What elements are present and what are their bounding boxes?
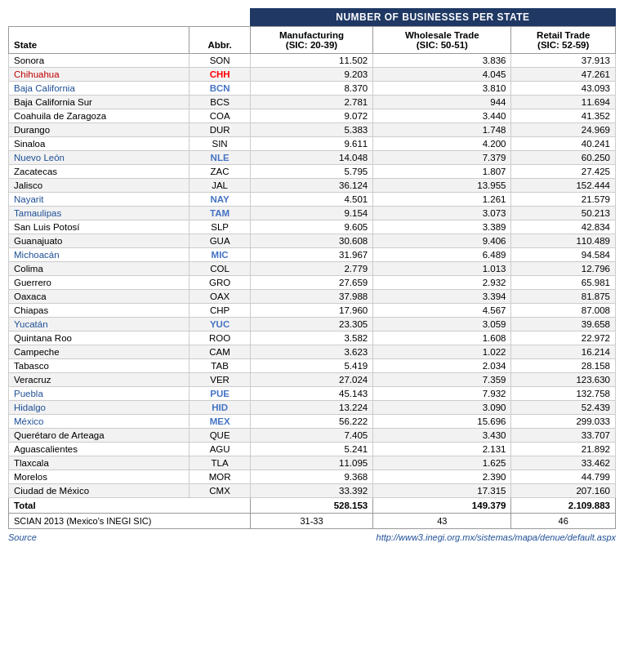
- total-label: Total: [9, 498, 251, 514]
- table-row: Colima COL 2.779 1.013 12.796: [9, 262, 616, 276]
- cell-mfg: 56.222: [250, 415, 372, 429]
- source-link: http://www3.inegi.org.mx/sistemas/mapa/d…: [377, 532, 616, 542]
- cell-whl: 17.315: [373, 484, 511, 498]
- cell-state: Durango: [9, 123, 189, 137]
- scian-mfg: 31-33: [250, 514, 372, 529]
- cell-state: Zacatecas: [9, 165, 189, 179]
- cell-mfg: 23.305: [250, 318, 372, 332]
- cell-mfg: 3.582: [250, 332, 372, 345]
- total-ret: 2.109.883: [511, 498, 616, 514]
- cell-ret: 50.213: [511, 207, 616, 220]
- cell-abbr: TLA: [189, 456, 250, 470]
- table-row: Durango DUR 5.383 1.748 24.969: [9, 123, 616, 137]
- cell-mfg: 3.623: [250, 345, 372, 359]
- cell-abbr: GUA: [189, 234, 250, 248]
- cell-ret: 87.008: [511, 304, 616, 318]
- cell-mfg: 30.608: [250, 234, 372, 248]
- cell-state: México: [9, 415, 189, 429]
- cell-whl: 3.440: [373, 109, 511, 123]
- cell-ret: 42.834: [511, 220, 616, 234]
- table-row: Nayarit NAY 4.501 1.261 21.579: [9, 193, 616, 207]
- cell-ret: 132.758: [511, 387, 616, 401]
- cell-whl: 1.807: [373, 165, 511, 179]
- cell-whl: 2.390: [373, 470, 511, 484]
- cell-ret: 60.250: [511, 151, 616, 165]
- cell-mfg: 9.203: [250, 68, 372, 82]
- cell-state: Aguascalientes: [9, 443, 189, 456]
- cell-whl: 4.200: [373, 137, 511, 151]
- cell-whl: 3.430: [373, 429, 511, 443]
- cell-whl: 13.955: [373, 179, 511, 193]
- cell-mfg: 27.659: [250, 276, 372, 290]
- source-label: Source: [8, 532, 37, 542]
- cell-state: Chihuahua: [9, 68, 189, 82]
- cell-whl: 2.131: [373, 443, 511, 456]
- total-whl: 149.379: [373, 498, 511, 514]
- cell-abbr: CAM: [189, 345, 250, 359]
- table-row: Chiapas CHP 17.960 4.567 87.008: [9, 304, 616, 318]
- table-row: Tlaxcala TLA 11.095 1.625 33.462: [9, 456, 616, 470]
- cell-state: Nayarit: [9, 193, 189, 207]
- cell-abbr: HID: [189, 401, 250, 415]
- cell-ret: 41.352: [511, 109, 616, 123]
- cell-mfg: 36.124: [250, 179, 372, 193]
- cell-mfg: 9.154: [250, 207, 372, 220]
- cell-abbr: QUE: [189, 429, 250, 443]
- table-row: Quintana Roo ROO 3.582 1.608 22.972: [9, 332, 616, 345]
- table-row: Baja California BCN 8.370 3.810 43.093: [9, 82, 616, 96]
- cell-ret: 21.892: [511, 443, 616, 456]
- cell-ret: 37.913: [511, 54, 616, 68]
- cell-ret: 27.425: [511, 165, 616, 179]
- cell-state: Yucatán: [9, 318, 189, 332]
- table-row: Aguascalientes AGU 5.241 2.131 21.892: [9, 443, 616, 456]
- table-row: Oaxaca OAX 37.988 3.394 81.875: [9, 290, 616, 304]
- cell-state: Baja California Sur: [9, 96, 189, 109]
- cell-state: Coahuila de Zaragoza: [9, 109, 189, 123]
- cell-mfg: 13.224: [250, 401, 372, 415]
- cell-state: Michoacán: [9, 248, 189, 262]
- cell-abbr: ROO: [189, 332, 250, 345]
- businesses-table: NUMBER OF BUSINESSES PER STATE State Abb…: [8, 8, 616, 529]
- table-row: Yucatán YUC 23.305 3.059 39.658: [9, 318, 616, 332]
- cell-abbr: MIC: [189, 248, 250, 262]
- cell-abbr: VER: [189, 373, 250, 387]
- cell-abbr: ZAC: [189, 165, 250, 179]
- scian-ret: 46: [511, 514, 616, 529]
- cell-abbr: SON: [189, 54, 250, 68]
- cell-state: Jalisco: [9, 179, 189, 193]
- cell-whl: 1.625: [373, 456, 511, 470]
- cell-state: Sinaloa: [9, 137, 189, 151]
- cell-state: Colima: [9, 262, 189, 276]
- col-header-manufacturing: Manufacturing(SIC: 20-39): [250, 27, 372, 54]
- cell-state: Chiapas: [9, 304, 189, 318]
- cell-whl: 6.489: [373, 248, 511, 262]
- cell-state: Puebla: [9, 387, 189, 401]
- col-header-state: State: [9, 27, 189, 54]
- cell-mfg: 2.781: [250, 96, 372, 109]
- cell-abbr: TAM: [189, 207, 250, 220]
- main-container: NUMBER OF BUSINESSES PER STATE State Abb…: [8, 8, 616, 542]
- cell-state: Querétaro de Arteaga: [9, 429, 189, 443]
- cell-ret: 39.658: [511, 318, 616, 332]
- cell-state: Guanajuato: [9, 234, 189, 248]
- cell-abbr: CHH: [189, 68, 250, 82]
- cell-abbr: CHP: [189, 304, 250, 318]
- cell-state: Hidalgo: [9, 401, 189, 415]
- cell-abbr: COL: [189, 262, 250, 276]
- cell-mfg: 5.241: [250, 443, 372, 456]
- cell-abbr: BCN: [189, 82, 250, 96]
- cell-whl: 1.022: [373, 345, 511, 359]
- cell-state: Guerrero: [9, 276, 189, 290]
- cell-mfg: 14.048: [250, 151, 372, 165]
- cell-abbr: CMX: [189, 484, 250, 498]
- cell-ret: 22.972: [511, 332, 616, 345]
- cell-state: Baja California: [9, 82, 189, 96]
- cell-ret: 33.462: [511, 456, 616, 470]
- table-row: Puebla PUE 45.143 7.932 132.758: [9, 387, 616, 401]
- table-row: Tamaulipas TAM 9.154 3.073 50.213: [9, 207, 616, 220]
- cell-abbr: BCS: [189, 96, 250, 109]
- table-row: Zacatecas ZAC 5.795 1.807 27.425: [9, 165, 616, 179]
- cell-whl: 3.389: [373, 220, 511, 234]
- cell-whl: 3.090: [373, 401, 511, 415]
- cell-ret: 52.439: [511, 401, 616, 415]
